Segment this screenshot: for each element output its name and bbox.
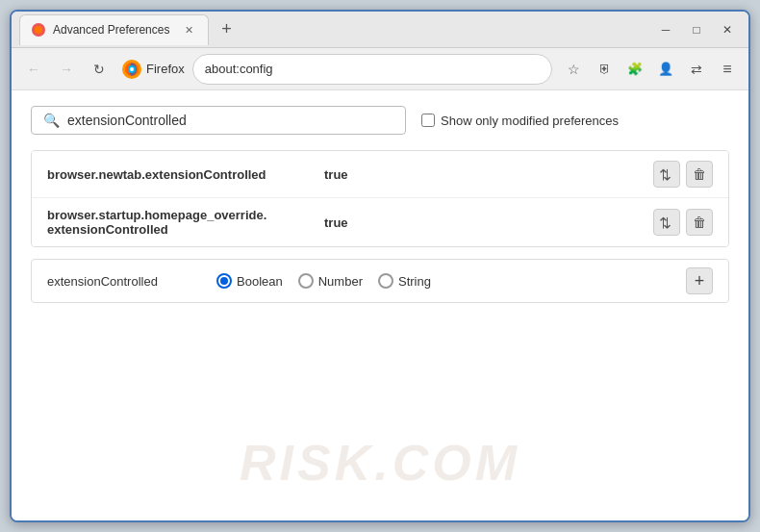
pref-name-2: browser.startup.homepage_override. exten…: [47, 208, 317, 237]
toggle-button-1[interactable]: ⇄: [653, 161, 680, 188]
add-pref-row: extensionControlled Boolean Number Strin…: [31, 259, 729, 303]
bookmark-icon[interactable]: ☆: [560, 56, 587, 83]
pref-name-1: browser.newtab.extensionControlled: [47, 167, 317, 182]
tab-favicon: [32, 23, 45, 37]
toggle-button-2[interactable]: ⇄: [653, 209, 680, 236]
svg-point-3: [130, 67, 134, 71]
browser-window: Advanced Preferences ✕ + ─ □ ✕ ← → ↻ Fir…: [10, 10, 750, 522]
watermark: RISK.COM: [240, 434, 520, 492]
nav-icons: ☆ ⛨ 🧩 👤 ⇄ ≡: [560, 56, 741, 83]
url-text: about:config: [205, 62, 273, 76]
radio-boolean[interactable]: Boolean: [216, 273, 283, 289]
pref-name-2-line2: extensionControlled: [47, 222, 168, 237]
delete-button-2[interactable]: 🗑: [686, 209, 713, 236]
checkbox-label-text: Show only modified preferences: [441, 114, 619, 128]
add-pref-button[interactable]: +: [686, 267, 713, 294]
window-controls: ─ □ ✕: [652, 16, 741, 43]
radio-number-label: Number: [318, 274, 363, 289]
tab-close-button[interactable]: ✕: [181, 22, 196, 38]
row-1-actions: ⇄ 🗑: [653, 161, 713, 188]
row-2-actions: ⇄ 🗑: [653, 209, 713, 236]
new-tab-button[interactable]: +: [213, 16, 240, 43]
delete-button-1[interactable]: 🗑: [686, 161, 713, 188]
results-table: browser.newtab.extensionControlled true …: [31, 150, 729, 247]
radio-boolean-indicator: [216, 273, 232, 289]
firefox-logo: [121, 59, 142, 80]
forward-button[interactable]: →: [52, 55, 81, 84]
radio-string-label: String: [398, 274, 431, 289]
active-tab[interactable]: Advanced Preferences ✕: [19, 14, 209, 45]
title-bar: Advanced Preferences ✕ + ─ □ ✕: [12, 12, 748, 48]
page-content: RISK.COM 🔍 Show only modified preference…: [12, 90, 748, 520]
refresh-button[interactable]: ↻: [85, 55, 114, 84]
pref-value-2: true: [324, 215, 646, 230]
tab-title: Advanced Preferences: [53, 23, 169, 37]
table-row: browser.startup.homepage_override. exten…: [32, 198, 728, 246]
close-button[interactable]: ✕: [714, 16, 741, 43]
new-pref-name: extensionControlled: [47, 274, 201, 289]
profile-icon[interactable]: 👤: [652, 56, 679, 83]
radio-string[interactable]: String: [378, 273, 431, 289]
nav-bar: ← → ↻ Firefox about:config ☆ ⛨ 🧩 👤 ⇄ ≡: [12, 48, 748, 90]
url-bar[interactable]: about:config: [192, 54, 552, 85]
minimize-button[interactable]: ─: [652, 16, 679, 43]
radio-number[interactable]: Number: [298, 273, 363, 289]
modified-only-checkbox-label[interactable]: Show only modified preferences: [421, 114, 619, 128]
search-box: 🔍: [31, 106, 406, 135]
pref-name-2-line1: browser.startup.homepage_override.: [47, 208, 266, 222]
radio-number-indicator: [298, 273, 314, 289]
search-input[interactable]: [67, 113, 393, 128]
extension-icon[interactable]: 🧩: [621, 56, 648, 83]
sync-icon[interactable]: ⇄: [683, 56, 710, 83]
radio-string-indicator: [378, 273, 393, 289]
radio-boolean-label: Boolean: [237, 274, 283, 289]
table-row: browser.newtab.extensionControlled true …: [32, 151, 728, 198]
modified-only-checkbox[interactable]: [421, 114, 435, 127]
pref-value-1: true: [324, 167, 646, 182]
back-button[interactable]: ←: [19, 55, 48, 84]
search-icon: 🔍: [43, 113, 60, 128]
menu-icon[interactable]: ≡: [714, 56, 741, 83]
maximize-button[interactable]: □: [683, 16, 710, 43]
firefox-label: Firefox: [146, 62, 185, 76]
type-radio-group: Boolean Number String: [216, 273, 671, 289]
shield-icon[interactable]: ⛨: [591, 56, 618, 83]
search-section: 🔍 Show only modified preferences: [31, 106, 729, 135]
